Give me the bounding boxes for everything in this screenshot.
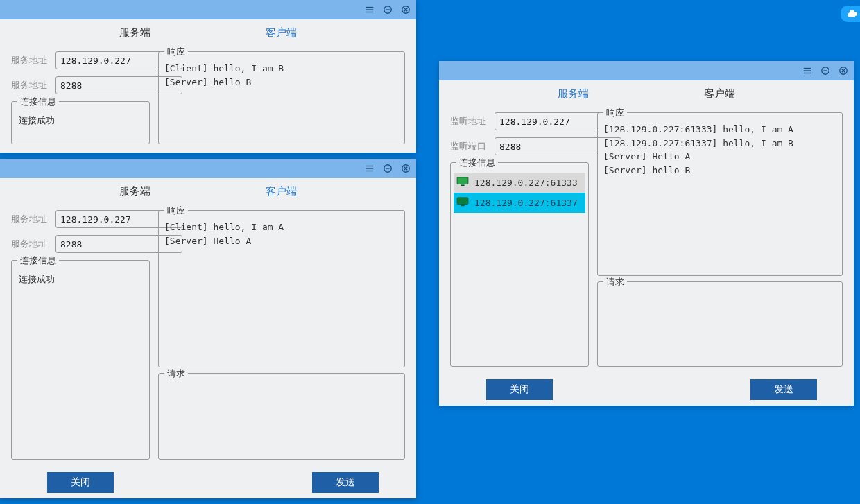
response-legend: 响应	[603, 107, 627, 119]
service-port-label: 服务地址	[11, 79, 50, 92]
response-legend: 响应	[164, 46, 188, 58]
close-button[interactable]: 关闭	[47, 472, 114, 493]
desktop-widget[interactable]	[841, 6, 860, 22]
tab-bar: 服务端 客户端	[0, 19, 416, 46]
minimize-icon[interactable]	[819, 64, 832, 77]
send-button[interactable]: 发送	[312, 472, 379, 493]
titlebar	[439, 61, 854, 80]
close-icon[interactable]	[399, 162, 412, 175]
tab-server[interactable]: 服务端	[114, 24, 156, 42]
svg-rect-26	[457, 198, 468, 205]
response-log: [Client] hello, I am A [Server] Hello A	[164, 220, 399, 247]
svg-rect-27	[461, 205, 464, 206]
conn-info-legend: 连接信息	[17, 254, 59, 267]
conn-status-text: 连接成功	[17, 270, 144, 288]
window-client-a: 服务端 客户端 服务地址 服务地址 连接信息 连接成功 响应 [Client] …	[0, 159, 416, 498]
tab-server[interactable]: 服务端	[552, 85, 594, 103]
cloud-icon	[847, 8, 859, 20]
close-icon[interactable]	[837, 64, 850, 77]
svg-rect-25	[461, 184, 464, 186]
tab-server[interactable]: 服务端	[114, 182, 156, 201]
tab-bar: 服务端 客户端	[439, 80, 854, 107]
service-address-label: 服务地址	[11, 54, 50, 67]
tab-client[interactable]: 客户端	[260, 24, 302, 42]
window-server: 服务端 客户端 监听地址 监听端口 连接信息 128.129.0.227:613…	[439, 61, 854, 406]
conn-info-legend: 连接信息	[17, 96, 59, 108]
menu-icon[interactable]	[363, 162, 376, 175]
connection-item[interactable]: 128.129.0.227:61337	[454, 193, 585, 213]
minimize-icon[interactable]	[381, 162, 394, 175]
send-button[interactable]: 发送	[750, 379, 817, 400]
tab-client[interactable]: 客户端	[698, 85, 741, 103]
menu-icon[interactable]	[363, 3, 376, 16]
titlebar	[0, 0, 416, 19]
response-log: [Client] hello, I am B [Server] hello B	[164, 62, 399, 89]
close-button[interactable]: 关闭	[486, 379, 553, 400]
tab-client[interactable]: 客户端	[260, 182, 302, 201]
menu-icon[interactable]	[801, 64, 814, 77]
close-icon[interactable]	[399, 3, 412, 16]
titlebar	[0, 159, 416, 178]
listen-address-label: 监听地址	[450, 115, 489, 128]
request-text[interactable]	[603, 292, 836, 306]
request-legend: 请求	[164, 367, 188, 380]
service-port-label: 服务地址	[11, 238, 50, 250]
response-log: [128.129.0.227:61333] hello, I am A [128…	[603, 123, 836, 177]
conn-status-text: 连接成功	[17, 112, 144, 130]
connection-item[interactable]: 128.129.0.227:61333	[454, 173, 585, 193]
listen-port-label: 监听端口	[450, 140, 489, 153]
connection-label: 128.129.0.227:61337	[474, 198, 578, 208]
svg-rect-24	[457, 177, 468, 184]
computer-icon	[456, 177, 469, 189]
tab-bar: 服务端 客户端	[0, 178, 416, 205]
connection-label: 128.129.0.227:61333	[474, 177, 578, 188]
conn-info-legend: 连接信息	[456, 157, 498, 169]
service-address-label: 服务地址	[11, 213, 50, 225]
request-legend: 请求	[603, 276, 627, 288]
connection-list: 128.129.0.227:61333128.129.0.227:61337	[454, 173, 585, 213]
response-legend: 响应	[164, 205, 188, 217]
request-text[interactable]	[164, 383, 399, 397]
minimize-icon[interactable]	[381, 3, 394, 16]
window-client-b: 服务端 客户端 服务地址 服务地址 连接信息 连接成功 响应 [Client] …	[0, 0, 416, 153]
computer-icon	[456, 197, 469, 209]
